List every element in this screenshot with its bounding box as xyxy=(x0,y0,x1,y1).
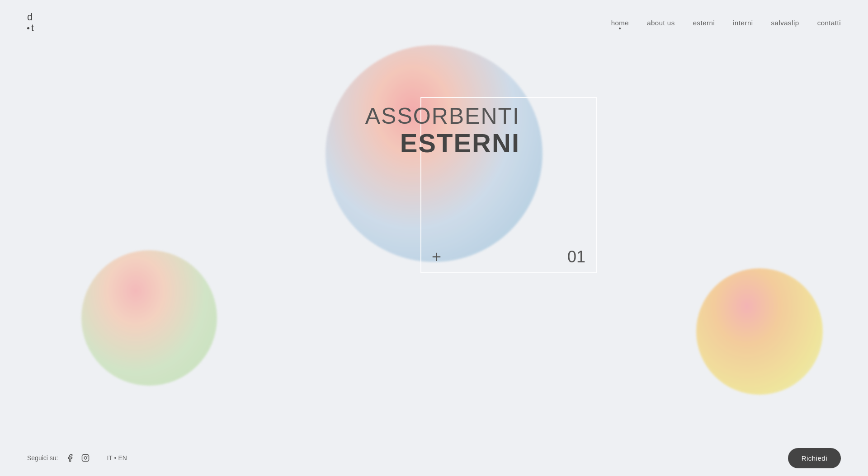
seguici-label: Seguici su: xyxy=(27,454,58,462)
hero-plus-icon[interactable]: + xyxy=(432,247,441,266)
nav-item-contatti[interactable]: contatti xyxy=(817,19,841,27)
hero-slide-number: 01 xyxy=(567,247,585,266)
logo[interactable]: d t xyxy=(27,12,34,33)
logo-t: t xyxy=(31,23,34,33)
lang-en[interactable]: EN xyxy=(118,454,127,462)
nav-item-home[interactable]: home xyxy=(611,19,629,27)
hero-circle-left xyxy=(81,250,217,386)
footer-right: Richiedi xyxy=(788,448,841,468)
lang-it[interactable]: IT xyxy=(107,454,112,462)
hero-box-bottom-row: + 01 xyxy=(420,241,597,273)
logo-dot xyxy=(27,27,29,29)
social-icons xyxy=(65,453,91,463)
nav-item-about[interactable]: about us xyxy=(647,19,675,27)
facebook-icon[interactable] xyxy=(65,453,75,463)
instagram-icon[interactable] xyxy=(80,453,91,463)
nav-item-interni[interactable]: interni xyxy=(733,19,753,27)
richiedi-button[interactable]: Richiedi xyxy=(788,448,841,468)
nav-item-esterni[interactable]: esterni xyxy=(693,19,715,27)
main-nav: home about us esterni interni salvaslip … xyxy=(611,19,841,27)
footer: Seguici su: IT • EN Richiedi xyxy=(0,440,868,476)
logo-d: d xyxy=(27,12,33,23)
hero-circle-right xyxy=(696,268,823,395)
footer-left: Seguici su: IT • EN xyxy=(27,453,127,463)
hero-box-bottom: + 01 xyxy=(420,97,597,273)
svg-rect-0 xyxy=(82,455,89,462)
header: d t home about us esterni interni salvas… xyxy=(0,0,868,45)
nav-item-salvaslip[interactable]: salvaslip xyxy=(771,19,799,27)
lang-switch: IT • EN xyxy=(107,454,127,462)
